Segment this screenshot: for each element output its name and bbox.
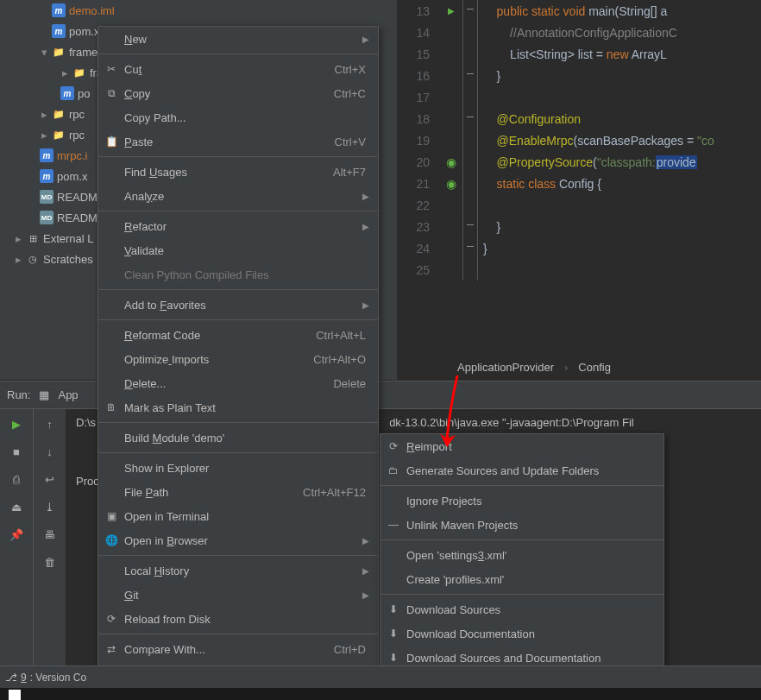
menu-item-find-usages[interactable]: Find UsagesAlt+F7 [98, 160, 378, 184]
code-line[interactable]: 14 //AnnotationConfigApplicationC [397, 22, 761, 43]
run-label: Run: [7, 388, 30, 401]
context-submenu-maven[interactable]: ⟳Reimport🗀Generate Sources and Update Fo… [380, 433, 664, 700]
down-icon[interactable]: ↓ [41, 442, 60, 461]
menu-item-label: Add to Favorites [124, 299, 366, 312]
pin-icon[interactable]: 📌 [7, 525, 26, 544]
fold-indicator[interactable] [462, 22, 478, 43]
fold-indicator[interactable] [462, 237, 478, 259]
menu-item-analyze[interactable]: Analyze▶ [98, 184, 378, 208]
breadcrumb[interactable]: ApplicationProvider › Config [457, 361, 611, 374]
menu-item-local-history[interactable]: Local History▶ [98, 558, 378, 583]
output-text: dk-13.0.2\bin\java.exe "-javaagent:D:\Pr… [389, 416, 634, 429]
chevron-right-icon[interactable]: ▸ [60, 68, 69, 77]
menu-item-open-in-terminal[interactable]: ▣Open in Terminal [98, 504, 378, 528]
menu-item-validate[interactable]: Validate [98, 238, 378, 262]
breadcrumb-item[interactable]: Config [578, 361, 611, 374]
vc-number: 9 [21, 672, 27, 684]
soft-wrap-icon[interactable]: ↩ [41, 470, 60, 489]
menu-item-file-path[interactable]: File PathCtrl+Alt+F12 [98, 480, 378, 504]
menu-item-mark-as-plain-text[interactable]: 🗎Mark as Plain Text [98, 395, 378, 419]
exit-icon[interactable]: ⏏ [7, 497, 26, 516]
menu-item-optimize-imports[interactable]: Optimize ImportsCtrl+Alt+O [98, 347, 378, 371]
menu-item-cut[interactable]: ✂CutCtrl+X [98, 57, 378, 81]
code-line[interactable]: 23 } [397, 216, 761, 237]
menu-item-build-module-demo[interactable]: Build Module 'demo' [98, 426, 378, 450]
code-line[interactable]: 21◉ static class Config { [397, 173, 761, 194]
submenu-item-unlink-maven-projects[interactable]: —Unlink Maven Projects [380, 513, 664, 537]
menu-item-paste[interactable]: 📋PasteCtrl+V [98, 129, 378, 154]
fold-indicator[interactable] [462, 216, 478, 237]
tree-item[interactable]: mdemo.iml [0, 0, 397, 21]
menu-item-copy[interactable]: ⧉CopyCtrl+C [98, 81, 378, 105]
code-line[interactable]: 16 } [397, 65, 761, 86]
code-line[interactable]: 18 @Configuration [397, 108, 761, 129]
code-line[interactable]: 22 [397, 194, 761, 216]
submenu-item-generate-sources-and-update-folders[interactable]: 🗀Generate Sources and Update Folders [380, 458, 664, 482]
fold-indicator[interactable] [462, 65, 478, 86]
menu-item-show-in-explorer[interactable]: Show in Explorer [98, 456, 378, 480]
fold-indicator[interactable] [462, 86, 478, 108]
code-line[interactable]: 25 [397, 259, 761, 281]
scroll-icon[interactable]: ⤓ [41, 497, 60, 516]
menu-item-compare-with[interactable]: ⇄Compare With...Ctrl+D [98, 637, 378, 661]
dump-threads-icon[interactable]: ⎙ [7, 470, 26, 489]
submenu-item-ignore-projects[interactable]: Ignore Projects [380, 489, 664, 513]
code-line[interactable]: 13▶ public static void main(String[] a [397, 0, 761, 22]
menu-item-copy-path[interactable]: Copy Path... [98, 105, 378, 129]
chevron-down-icon[interactable]: ▾ [40, 47, 48, 56]
code-text: static class Config { [478, 177, 601, 191]
clear-icon[interactable]: 🗑 [41, 552, 60, 571]
tree-item-label: rpc [69, 108, 85, 121]
menu-item-refactor[interactable]: Refactor▶ [98, 214, 378, 238]
menu-item-new[interactable]: New▶ [98, 27, 378, 51]
fold-indicator[interactable] [462, 108, 478, 129]
menu-item-reload-from-disk[interactable]: ⟳Reload from Disk [98, 607, 378, 631]
up-icon[interactable]: ↑ [41, 414, 60, 433]
code-line[interactable]: 17 [397, 86, 761, 108]
code-line[interactable]: 24} [397, 237, 761, 259]
vcs-icon: ⎇ [5, 672, 17, 684]
submenu-item-reimport[interactable]: ⟳Reimport [380, 434, 664, 458]
fold-indicator[interactable] [462, 151, 478, 173]
stop-icon[interactable]: ■ [7, 442, 26, 461]
breadcrumb-item[interactable]: ApplicationProvider [457, 361, 554, 374]
submenu-item-download-documentation[interactable]: ⬇Download Documentation [380, 621, 664, 646]
menu-item-reformat-code[interactable]: Reformat CodeCtrl+Alt+L [98, 323, 378, 347]
code-editor[interactable]: 13▶ public static void main(String[] a14… [397, 0, 761, 354]
code-line[interactable]: 15 List<String> list = new ArrayL [397, 43, 761, 65]
fold-indicator[interactable] [462, 194, 478, 216]
submenu-item-open-settings3-xml[interactable]: Open 'settings3.xml' [380, 543, 664, 567]
maven-file-icon: m [52, 3, 66, 17]
fold-indicator[interactable] [462, 0, 478, 22]
chevron-right-icon[interactable]: ▸ [40, 130, 48, 139]
menu-item-open-in-browser[interactable]: 🌐Open in Browser▶ [98, 528, 378, 552]
copy-icon: ⧉ [104, 85, 119, 101]
submenu-item-create-profiles-xml[interactable]: Create 'profiles.xml' [380, 567, 664, 591]
submenu-arrow-icon: ▶ [362, 192, 369, 201]
code-line[interactable]: 19 @EnableMrpc(scanBasePackages = "co [397, 129, 761, 151]
fold-indicator[interactable] [462, 129, 478, 151]
menu-item-add-to-favorites[interactable]: Add to Favorites▶ [98, 293, 378, 317]
fold-indicator[interactable] [462, 43, 478, 65]
chevron-right-icon[interactable]: ▸ [14, 234, 22, 243]
chevron-right-icon[interactable]: ▸ [40, 110, 48, 118]
menu-item-label: Show in Explorer [124, 462, 366, 475]
fold-indicator[interactable] [462, 173, 478, 194]
context-menu[interactable]: New▶✂CutCtrl+X⧉CopyCtrl+CCopy Path...📋Pa… [97, 26, 379, 700]
folder-icon: 📁 [72, 66, 86, 79]
fold-indicator[interactable] [462, 259, 478, 281]
submenu-arrow-icon: ▶ [362, 536, 369, 545]
menu-item-delete[interactable]: Delete...Delete [98, 371, 378, 395]
submenu-item-download-sources[interactable]: ⬇Download Sources [380, 597, 664, 621]
windows-logo-icon[interactable] [9, 690, 21, 700]
shortcut-label: Ctrl+Alt+F12 [303, 486, 366, 499]
chevron-right-icon[interactable]: ▸ [14, 255, 22, 263]
print-icon[interactable]: 🖶 [41, 525, 60, 544]
code-line[interactable]: 20◉ @PropertySource("classpath:provide [397, 151, 761, 173]
version-control-tool[interactable]: ⎇ 9: Version Co [5, 672, 86, 684]
rerun-icon[interactable]: ▶ [7, 414, 26, 433]
menu-item-label: Generate Sources and Update Folders [406, 464, 651, 477]
menu-item-git[interactable]: Git▶ [98, 583, 378, 607]
windows-taskbar[interactable] [0, 688, 761, 700]
line-number: 20 [397, 155, 440, 169]
